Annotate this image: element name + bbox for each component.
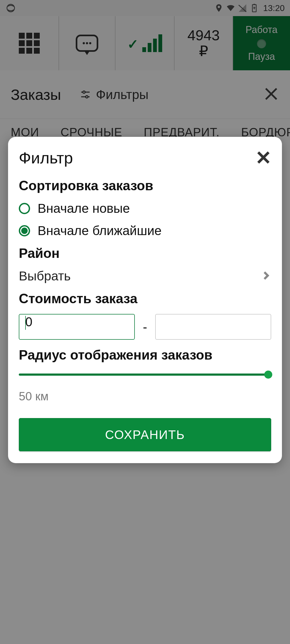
- price-to-input[interactable]: [155, 314, 271, 340]
- radio-icon: [19, 225, 30, 236]
- slider-thumb[interactable]: [264, 371, 272, 379]
- radius-heading: Радиус отображения заказов: [19, 347, 271, 363]
- modal-close-button[interactable]: [256, 150, 271, 166]
- slider-track: [19, 374, 271, 376]
- save-button-label: СОХРАНИТЬ: [105, 427, 185, 442]
- save-button[interactable]: СОХРАНИТЬ: [19, 418, 271, 451]
- filter-modal: Фильтр Сортировка заказов Вначале новые …: [8, 137, 282, 463]
- district-select-label: Выбрать: [19, 269, 71, 283]
- close-icon: [256, 150, 271, 165]
- price-from-input[interactable]: 0: [19, 314, 135, 340]
- sort-heading: Сортировка заказов: [19, 178, 271, 193]
- radius-slider[interactable]: [19, 374, 271, 376]
- district-select[interactable]: Выбрать: [19, 269, 271, 283]
- radius-value: 50 км: [19, 390, 271, 403]
- radio-label: Вначале ближайшие: [38, 223, 162, 238]
- price-from-value: 0: [25, 315, 32, 329]
- radio-icon: [19, 203, 30, 214]
- district-heading: Район: [19, 246, 271, 261]
- modal-title: Фильтр: [19, 149, 73, 167]
- price-dash: -: [143, 320, 147, 334]
- radio-newest-first[interactable]: Вначале новые: [19, 201, 271, 216]
- price-heading: Стоимость заказа: [19, 291, 271, 306]
- chevron-right-icon: [261, 270, 271, 282]
- radio-label: Вначале новые: [38, 201, 130, 216]
- radio-nearest-first[interactable]: Вначале ближайшие: [19, 223, 271, 238]
